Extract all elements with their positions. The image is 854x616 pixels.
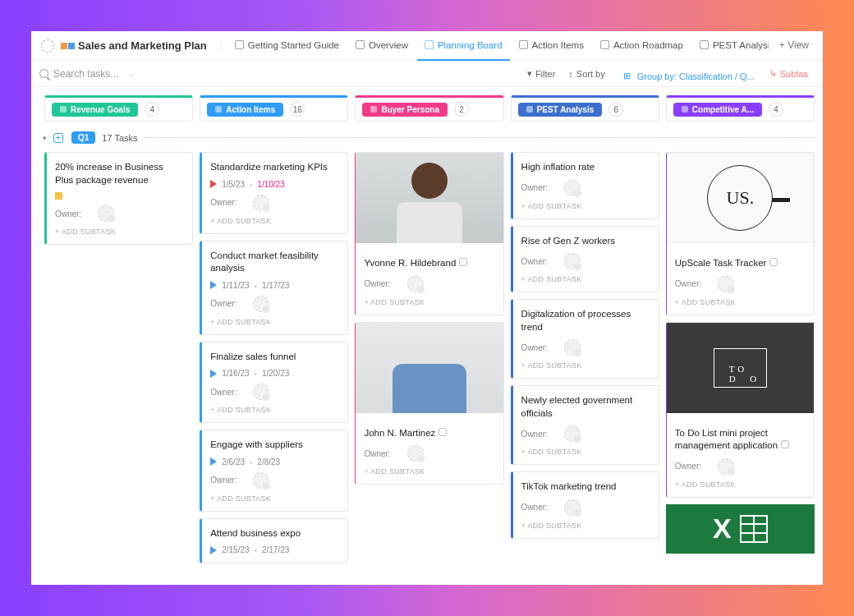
add-view-button[interactable]: + View	[772, 31, 816, 61]
assignee-avatar[interactable]	[564, 253, 581, 269]
task-card[interactable]: TOD O To Do List mini project management…	[666, 322, 815, 498]
assignee-avatar[interactable]	[718, 276, 734, 292]
task-title: John N. Martinez	[364, 428, 435, 438]
toolbar: Search tasks... ⌄ ▾Filter ↕Sort by ⊞Grou…	[31, 61, 823, 87]
add-subtask-button[interactable]: + ADD SUBTASK	[55, 228, 184, 236]
add-subtask-button[interactable]: + ADD SUBTASK	[675, 298, 806, 306]
task-card[interactable]: Conduct market feasibility analysis 1/11…	[200, 241, 348, 335]
task-title: Standardize marketing KPIs	[210, 161, 339, 174]
collapse-icon[interactable]: ▾	[43, 134, 47, 142]
link-icon	[769, 258, 778, 266]
subtasks-button[interactable]: ↳Subtas	[763, 68, 815, 79]
space-icon	[68, 43, 75, 49]
add-subtask-button[interactable]: + ADD SUBTASK	[364, 467, 494, 476]
priority-flag-icon	[55, 192, 62, 200]
owner-label: Owner:	[675, 462, 701, 471]
tab-action-roadmap[interactable]: Action Roadmap	[593, 31, 691, 61]
column-pest-analysis[interactable]: PEST Analysis6	[511, 95, 659, 122]
tab-overview[interactable]: Overview	[348, 31, 416, 61]
task-card[interactable]: Rise of Gen Z workers Owner: + ADD SUBTA…	[511, 226, 659, 293]
due-date: 1/10/23	[257, 180, 284, 189]
tab-pest-analysis[interactable]: PEST Analysis	[692, 31, 769, 61]
search-input[interactable]: Search tasks... ⌄	[39, 68, 163, 80]
excel-thumbnail[interactable]: X	[666, 504, 815, 554]
filter-button[interactable]: ▾Filter	[521, 68, 562, 79]
add-subtask-button[interactable]: + ADD SUBTASK	[521, 361, 650, 370]
task-card[interactable]: Engage with suppliers 2/6/23 - 2/8/23 Ow…	[200, 430, 348, 512]
tab-planning-board[interactable]: Planning Board	[417, 31, 510, 61]
start-date: 1/11/23	[222, 281, 249, 290]
priority-flag-icon	[210, 546, 217, 554]
assignee-avatar[interactable]	[564, 339, 581, 356]
task-card[interactable]: Yvonne R. Hildebrand Owner: + ADD SUBTAS…	[355, 152, 503, 315]
tab-getting-started[interactable]: Getting Started Guide	[227, 31, 347, 61]
assignee-avatar[interactable]	[253, 472, 269, 489]
add-task-icon[interactable]: +	[53, 133, 63, 143]
page-title: Sales and Marketing Plan	[78, 39, 207, 52]
column-competitive-analysis[interactable]: Competitive A...4	[666, 95, 815, 122]
start-date: 2/15/23	[222, 545, 249, 554]
add-subtask-button[interactable]: + ADD SUBTASK	[210, 494, 339, 503]
add-subtask-button[interactable]: + ADD SUBTASK	[521, 522, 650, 530]
add-subtask-button[interactable]: + ADD SUBTASK	[210, 217, 339, 225]
task-title: TikTok marketing trend	[521, 480, 650, 494]
owner-label: Owner:	[521, 257, 548, 266]
add-subtask-button[interactable]: + ADD SUBTASK	[210, 406, 339, 414]
task-title: Conduct market feasibility analysis	[210, 250, 339, 275]
assignee-avatar[interactable]	[564, 425, 581, 442]
settings-icon[interactable]	[41, 39, 54, 53]
add-subtask-button[interactable]: + ADD SUBTASK	[521, 202, 650, 210]
task-title: Rise of Gen Z workers	[521, 235, 650, 248]
task-card[interactable]: John N. Martinez Owner: + ADD SUBTASK	[355, 322, 503, 485]
assignee-avatar[interactable]	[253, 296, 269, 312]
assignee-avatar[interactable]	[253, 195, 269, 211]
assignee-avatar[interactable]	[407, 276, 424, 292]
task-title: High inflation rate	[521, 161, 650, 174]
column-revenue-goals[interactable]: Revenue Goals4	[44, 95, 193, 122]
add-subtask-button[interactable]: + ADD SUBTASK	[521, 275, 650, 283]
task-card[interactable]: Finalize sales funnel 1/16/23 - 1/20/23 …	[200, 342, 348, 424]
list-icon	[356, 40, 365, 49]
task-card[interactable]: US. UpScale Task Tracker Owner: + ADD SU…	[666, 152, 815, 315]
board-icon	[425, 40, 434, 49]
task-card[interactable]: Standardize marketing KPIs 1/5/23 - 1/10…	[200, 152, 348, 234]
space-icon	[61, 43, 67, 49]
task-card[interactable]: Attend business expo 2/15/23 - 2/17/23	[200, 518, 348, 564]
list-icon	[519, 40, 528, 49]
assignee-avatar[interactable]	[253, 384, 269, 400]
doc-icon	[235, 40, 244, 49]
task-card[interactable]: Newly elected government officials Owner…	[511, 385, 659, 465]
add-subtask-button[interactable]: + ADD SUBTASK	[675, 480, 806, 489]
lane-action-items: Standardize marketing KPIs 1/5/23 - 1/10…	[200, 152, 348, 577]
owner-label: Owner:	[210, 388, 236, 397]
top-bar: Sales and Marketing Plan Getting Started…	[31, 31, 823, 61]
task-title: 20% increase in Business Plus package re…	[55, 161, 184, 186]
add-subtask-button[interactable]: + ADD SUBTASK	[364, 298, 494, 306]
task-card[interactable]: TikTok marketing trend Owner: + ADD SUBT…	[511, 471, 659, 539]
add-subtask-button[interactable]: + ADD SUBTASK	[210, 318, 339, 326]
due-date: 1/20/23	[262, 369, 289, 378]
column-buyer-persona[interactable]: Buyer Persona2	[355, 95, 503, 122]
task-card[interactable]: Digitalization of processes trend Owner:…	[511, 299, 659, 379]
task-title: Finalize sales funnel	[210, 351, 339, 364]
count-badge: 4	[769, 102, 783, 117]
task-title: Attend business expo	[210, 527, 339, 540]
sort-button[interactable]: ↕Sort by	[562, 69, 611, 79]
owner-label: Owner:	[364, 449, 390, 458]
assignee-avatar[interactable]	[407, 445, 424, 462]
add-subtask-button[interactable]: + ADD SUBTASK	[521, 448, 650, 456]
assignee-avatar[interactable]	[564, 180, 581, 196]
tab-action-items[interactable]: Action Items	[512, 31, 591, 61]
assignee-avatar[interactable]	[564, 499, 581, 516]
count-badge: 2	[454, 102, 469, 117]
task-card[interactable]: High inflation rate Owner: + ADD SUBTASK	[511, 152, 659, 219]
group-by-button[interactable]: ⊞Group by: Classification / Q...	[612, 61, 763, 86]
column-action-items[interactable]: Action Items16	[200, 95, 348, 122]
owner-label: Owner:	[210, 476, 236, 485]
group-header[interactable]: ▾ + Q1 17 Tasks	[31, 122, 823, 149]
link-icon	[438, 428, 447, 436]
status-icon	[526, 106, 533, 113]
assignee-avatar[interactable]	[98, 205, 114, 222]
task-card[interactable]: 20% increase in Business Plus package re…	[44, 152, 193, 245]
assignee-avatar[interactable]	[718, 458, 734, 475]
